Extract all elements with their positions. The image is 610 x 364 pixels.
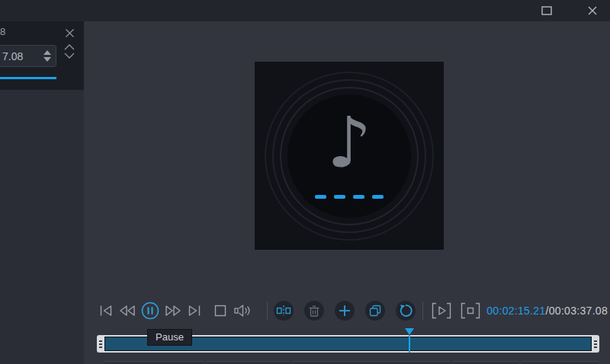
fast-forward-icon (165, 305, 181, 317)
trash-icon (309, 305, 319, 317)
clip-settings-panel: 8 7.08 (0, 21, 84, 90)
previous-button[interactable] (99, 305, 113, 317)
close-icon (65, 28, 75, 38)
spinner-up-icon[interactable] (43, 50, 51, 55)
stop-segment-icon (461, 302, 480, 319)
panel-progress-line (0, 77, 56, 79)
pause-tooltip: Pause (147, 329, 192, 346)
panel-close-button[interactable] (64, 27, 75, 38)
toolbar-separator (267, 302, 268, 320)
next-icon (188, 305, 201, 317)
volume-button[interactable] (233, 304, 252, 318)
spinner-arrows (43, 50, 56, 62)
player-toolbar: 00:02:15.21/00:03:37.08 (99, 300, 608, 321)
undo-button[interactable] (396, 301, 416, 321)
clip-segment (453, 361, 518, 364)
music-note-icon: ♪ (255, 74, 444, 211)
playhead-marker[interactable] (405, 328, 414, 335)
pause-icon (141, 302, 159, 320)
stop-button[interactable] (214, 305, 226, 317)
split-icon (276, 305, 291, 317)
left-sidebar: 8 7.08 (0, 21, 84, 364)
stop-icon (214, 305, 226, 317)
duration-value: 7.08 (0, 50, 43, 62)
current-time: 00:02:15.21 (486, 305, 545, 317)
stop-segment-button[interactable] (461, 302, 480, 319)
rewind-button[interactable] (119, 305, 136, 317)
loading-dash (372, 195, 384, 199)
playhead-line (409, 335, 410, 353)
clip-segment (522, 361, 599, 364)
rewind-icon (119, 305, 136, 317)
trim-handle-right[interactable] (594, 340, 597, 348)
toolbar-separator (422, 302, 423, 320)
chevron-down-icon[interactable] (64, 49, 75, 56)
volume-icon (233, 304, 252, 318)
play-segment-button[interactable] (432, 302, 451, 319)
close-button[interactable] (584, 3, 601, 18)
previous-icon (99, 305, 113, 317)
copy-icon (369, 305, 381, 317)
audio-preview-art: ♪ (255, 62, 444, 250)
clip-segment (293, 361, 450, 364)
undo-icon (399, 304, 413, 318)
maximize-button[interactable] (538, 3, 555, 18)
time-display: 00:02:15.21/00:03:37.08 (486, 305, 608, 317)
split-button[interactable] (274, 301, 294, 321)
fast-forward-button[interactable] (165, 305, 181, 317)
copy-button[interactable] (365, 301, 385, 321)
plus-icon (339, 305, 351, 317)
next-button[interactable] (188, 305, 201, 317)
chevron-up-icon[interactable] (64, 40, 75, 48)
duration-spinner[interactable]: 7.08 (0, 45, 56, 67)
play-segment-icon (432, 302, 451, 319)
maximize-icon (541, 6, 552, 15)
loading-dashes (315, 195, 384, 199)
add-button[interactable] (335, 301, 355, 321)
pause-button[interactable] (141, 302, 159, 320)
app-window: { "window": { "maximize_icon": "maximize… (0, 0, 610, 364)
clip-segment (104, 361, 204, 364)
clipped-duration-label: 8 (0, 26, 5, 37)
close-icon (587, 5, 598, 16)
delete-button[interactable] (304, 301, 324, 321)
trim-handle-left[interactable] (99, 340, 102, 348)
clip-segment (207, 361, 290, 364)
loading-dash (315, 195, 326, 199)
title-bar (0, 0, 610, 21)
total-time: 00:03:37.08 (549, 305, 608, 317)
spinner-down-icon[interactable] (43, 57, 51, 62)
loading-dash (353, 195, 364, 199)
loading-dash (334, 195, 345, 199)
